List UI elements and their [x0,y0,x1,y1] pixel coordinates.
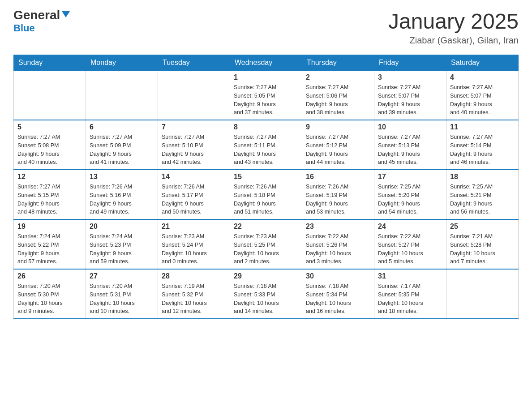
day-info: Sunrise: 7:18 AMSunset: 5:33 PMDaylight:… [234,282,298,316]
day-cell-6: 6Sunrise: 7:27 AMSunset: 5:09 PMDaylight… [86,120,158,170]
day-number: 13 [90,173,154,181]
svg-marker-0 [62,11,70,17]
week-row-4: 19Sunrise: 7:24 AMSunset: 5:22 PMDayligh… [14,219,519,269]
day-info: Sunrise: 7:27 AMSunset: 5:14 PMDaylight:… [450,133,515,167]
day-cell-12: 12Sunrise: 7:27 AMSunset: 5:15 PMDayligh… [14,170,86,219]
day-cell-3: 3Sunrise: 7:27 AMSunset: 5:07 PMDaylight… [374,71,446,120]
empty-cell [14,71,86,120]
day-cell-16: 16Sunrise: 7:26 AMSunset: 5:19 PMDayligh… [302,170,374,219]
day-cell-15: 15Sunrise: 7:26 AMSunset: 5:18 PMDayligh… [230,170,302,219]
day-info: Sunrise: 7:23 AMSunset: 5:25 PMDaylight:… [234,232,298,266]
week-row-1: 1Sunrise: 7:27 AMSunset: 5:05 PMDaylight… [14,71,519,120]
weekday-header-friday: Friday [374,55,446,71]
day-info: Sunrise: 7:17 AMSunset: 5:35 PMDaylight:… [378,282,442,316]
logo-general: General [13,9,60,21]
day-number: 10 [378,123,442,131]
day-info: Sunrise: 7:20 AMSunset: 5:30 PMDaylight:… [17,282,82,316]
location: Ziabar (Gaskar), Gilan, Iran [388,35,519,46]
day-cell-23: 23Sunrise: 7:22 AMSunset: 5:26 PMDayligh… [302,219,374,269]
day-info: Sunrise: 7:22 AMSunset: 5:26 PMDaylight:… [306,232,370,266]
day-info: Sunrise: 7:27 AMSunset: 5:11 PMDaylight:… [234,133,298,167]
day-number: 1 [234,73,298,81]
weekday-header-monday: Monday [86,55,158,71]
logo-arrow-icon [61,9,71,19]
day-info: Sunrise: 7:20 AMSunset: 5:31 PMDaylight:… [90,282,154,316]
day-number: 14 [162,173,226,181]
day-info: Sunrise: 7:27 AMSunset: 5:05 PMDaylight:… [234,83,298,117]
day-info: Sunrise: 7:27 AMSunset: 5:15 PMDaylight:… [17,183,82,216]
day-info: Sunrise: 7:26 AMSunset: 5:17 PMDaylight:… [162,183,226,216]
empty-cell [158,71,230,120]
day-number: 31 [378,272,442,280]
weekday-header-thursday: Thursday [302,55,374,71]
day-number: 2 [306,73,370,81]
weekday-header-sunday: Sunday [14,55,86,71]
day-info: Sunrise: 7:26 AMSunset: 5:16 PMDaylight:… [90,183,154,216]
day-cell-2: 2Sunrise: 7:27 AMSunset: 5:06 PMDaylight… [302,71,374,120]
day-number: 8 [234,123,298,131]
day-cell-14: 14Sunrise: 7:26 AMSunset: 5:17 PMDayligh… [158,170,230,219]
day-number: 16 [306,173,370,181]
day-info: Sunrise: 7:18 AMSunset: 5:34 PMDaylight:… [306,282,370,316]
day-info: Sunrise: 7:26 AMSunset: 5:19 PMDaylight:… [306,183,370,216]
day-number: 27 [90,272,154,280]
day-number: 5 [17,123,82,131]
day-number: 11 [450,123,515,131]
day-cell-8: 8Sunrise: 7:27 AMSunset: 5:11 PMDaylight… [230,120,302,170]
day-info: Sunrise: 7:21 AMSunset: 5:28 PMDaylight:… [450,232,515,266]
day-number: 17 [378,173,442,181]
day-cell-29: 29Sunrise: 7:18 AMSunset: 5:33 PMDayligh… [230,269,302,319]
day-number: 18 [450,173,515,181]
weekday-header-saturday: Saturday [446,55,519,71]
day-cell-28: 28Sunrise: 7:19 AMSunset: 5:32 PMDayligh… [158,269,230,319]
logo-blue: Blue [13,22,35,34]
day-info: Sunrise: 7:27 AMSunset: 5:08 PMDaylight:… [17,133,82,167]
day-cell-20: 20Sunrise: 7:24 AMSunset: 5:23 PMDayligh… [86,219,158,269]
day-info: Sunrise: 7:27 AMSunset: 5:10 PMDaylight:… [162,133,226,167]
day-number: 24 [378,223,442,231]
day-number: 22 [234,223,298,231]
day-cell-1: 1Sunrise: 7:27 AMSunset: 5:05 PMDaylight… [230,71,302,120]
week-row-3: 12Sunrise: 7:27 AMSunset: 5:15 PMDayligh… [14,170,519,219]
day-cell-10: 10Sunrise: 7:27 AMSunset: 5:13 PMDayligh… [374,120,446,170]
day-info: Sunrise: 7:22 AMSunset: 5:27 PMDaylight:… [378,232,442,266]
day-cell-17: 17Sunrise: 7:25 AMSunset: 5:20 PMDayligh… [374,170,446,219]
calendar-table: SundayMondayTuesdayWednesdayThursdayFrid… [13,55,519,319]
day-info: Sunrise: 7:23 AMSunset: 5:24 PMDaylight:… [162,232,226,266]
day-info: Sunrise: 7:26 AMSunset: 5:18 PMDaylight:… [234,183,298,216]
weekday-header-tuesday: Tuesday [158,55,230,71]
day-number: 6 [90,123,154,131]
day-cell-4: 4Sunrise: 7:27 AMSunset: 5:07 PMDaylight… [446,71,519,120]
day-info: Sunrise: 7:25 AMSunset: 5:21 PMDaylight:… [450,183,515,216]
day-info: Sunrise: 7:27 AMSunset: 5:12 PMDaylight:… [306,133,370,167]
day-info: Sunrise: 7:27 AMSunset: 5:06 PMDaylight:… [306,83,370,117]
page-header: General Blue January 2025 Ziabar (Gaskar… [13,9,519,46]
day-number: 19 [17,223,82,231]
weekday-header-wednesday: Wednesday [230,55,302,71]
day-info: Sunrise: 7:27 AMSunset: 5:07 PMDaylight:… [378,83,442,117]
day-cell-9: 9Sunrise: 7:27 AMSunset: 5:12 PMDaylight… [302,120,374,170]
day-number: 28 [162,272,226,280]
day-info: Sunrise: 7:24 AMSunset: 5:22 PMDaylight:… [17,232,82,266]
logo: General Blue [13,9,71,34]
day-cell-22: 22Sunrise: 7:23 AMSunset: 5:25 PMDayligh… [230,219,302,269]
empty-cell [86,71,158,120]
day-cell-11: 11Sunrise: 7:27 AMSunset: 5:14 PMDayligh… [446,120,519,170]
day-cell-30: 30Sunrise: 7:18 AMSunset: 5:34 PMDayligh… [302,269,374,319]
day-cell-7: 7Sunrise: 7:27 AMSunset: 5:10 PMDaylight… [158,120,230,170]
day-cell-18: 18Sunrise: 7:25 AMSunset: 5:21 PMDayligh… [446,170,519,219]
day-cell-13: 13Sunrise: 7:26 AMSunset: 5:16 PMDayligh… [86,170,158,219]
title-block: January 2025 Ziabar (Gaskar), Gilan, Ira… [388,9,519,46]
day-number: 23 [306,223,370,231]
day-number: 20 [90,223,154,231]
day-cell-31: 31Sunrise: 7:17 AMSunset: 5:35 PMDayligh… [374,269,446,319]
day-number: 15 [234,173,298,181]
day-cell-5: 5Sunrise: 7:27 AMSunset: 5:08 PMDaylight… [14,120,86,170]
month-title: January 2025 [388,9,519,34]
day-number: 26 [17,272,82,280]
day-number: 25 [450,223,515,231]
day-cell-26: 26Sunrise: 7:20 AMSunset: 5:30 PMDayligh… [14,269,86,319]
day-number: 7 [162,123,226,131]
day-info: Sunrise: 7:25 AMSunset: 5:20 PMDaylight:… [378,183,442,216]
day-info: Sunrise: 7:27 AMSunset: 5:07 PMDaylight:… [450,83,515,117]
